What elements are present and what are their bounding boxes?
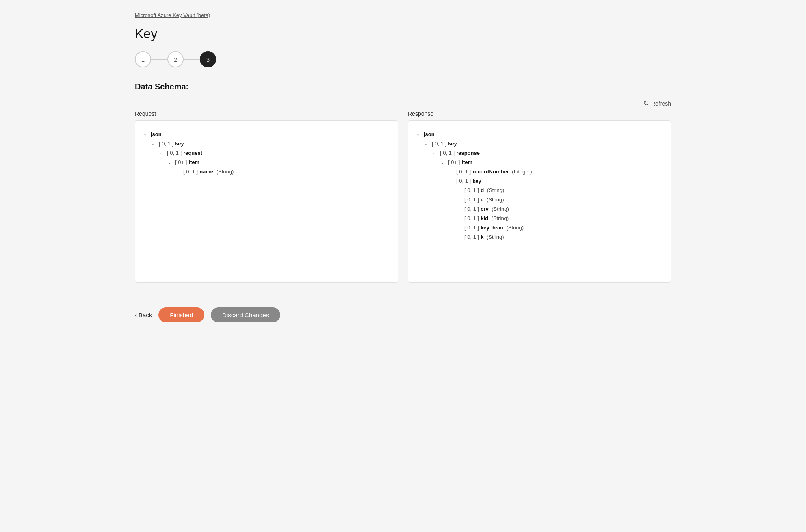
tree-node: ⌄ [ 0, 1 ] response ⌄ [ 0+ ]: [433, 149, 663, 241]
tree-node: ⌄ [ 0, 1 ] key ⌄ [ 0, 1 ] response: [425, 140, 663, 241]
footer: ‹ Back Finished Discard Changes: [135, 299, 671, 331]
chevron-icon[interactable]: ⌄: [168, 160, 173, 164]
tree-node: ⌄ [ 0, 1 ] d (String): [457, 186, 663, 194]
tree-node: ⌄ [ 0, 1 ] key ⌄ [ 0, 1 ] request: [152, 140, 390, 175]
page-container: Microsoft Azure Key Vault (beta) Key 1 2…: [119, 0, 687, 343]
discard-changes-button[interactable]: Discard Changes: [211, 307, 280, 322]
finished-button[interactable]: Finished: [158, 307, 204, 322]
back-button[interactable]: ‹ Back: [135, 311, 152, 318]
chevron-icon[interactable]: ⌄: [449, 179, 455, 183]
response-tree-root: ⌄ json ⌄ [ 0, 1 ] key: [416, 130, 663, 241]
step-2[interactable]: 2: [167, 51, 184, 67]
request-panel-box: ⌄ json ⌄ [ 0, 1 ] key: [135, 120, 398, 283]
chevron-icon[interactable]: ⌄: [152, 141, 157, 146]
request-tree-root: ⌄ json ⌄ [ 0, 1 ] key: [143, 130, 390, 175]
data-schema-title: Data Schema:: [135, 82, 671, 91]
chevron-icon[interactable]: ⌄: [425, 141, 430, 146]
tree-node: ⌄ [ 0, 1 ] key_hsm (String): [457, 224, 663, 231]
refresh-button[interactable]: ↻ Refresh: [644, 99, 671, 107]
step-line-1: [151, 59, 167, 60]
tree-node: ⌄ [ 0, 1 ] k (String): [457, 233, 663, 241]
tree-node: ⌄ [ 0, 1 ] name (String): [176, 168, 390, 175]
tree-node: ⌄ [ 0+ ] item ⌄: [168, 158, 390, 175]
chevron-icon[interactable]: ⌄: [160, 151, 165, 155]
tree-node: ⌄ [ 0, 1 ] kid (String): [457, 214, 663, 222]
breadcrumb[interactable]: Microsoft Azure Key Vault (beta): [135, 12, 671, 18]
step-line-2: [184, 59, 200, 60]
schema-panels: Request ⌄ json ⌄ [ 0, 1 ] key: [135, 110, 671, 283]
request-panel-label: Request: [135, 110, 398, 117]
chevron-icon[interactable]: ⌄: [143, 132, 149, 136]
step-3[interactable]: 3: [200, 51, 216, 67]
response-panel-box: ⌄ json ⌄ [ 0, 1 ] key: [408, 120, 671, 283]
refresh-icon: ↻: [644, 99, 649, 107]
response-panel-label: Response: [408, 110, 671, 117]
back-arrow-icon: ‹: [135, 311, 137, 318]
tree-node: ⌄ [ 0, 1 ] key: [449, 177, 663, 241]
stepper: 1 2 3: [135, 51, 671, 67]
tree-node: ⌄ [ 0, 1 ] e (String): [457, 196, 663, 203]
tree-node: ⌄ [ 0+ ] item ⌄: [441, 158, 663, 241]
tree-node: ⌄ [ 0, 1 ] request ⌄ [ 0+ ]: [160, 149, 390, 175]
chevron-icon[interactable]: ⌄: [433, 151, 438, 155]
tree-node: ⌄ [ 0, 1 ] recordNumber (Integer): [449, 168, 663, 175]
request-panel-wrapper: Request ⌄ json ⌄ [ 0, 1 ] key: [135, 110, 398, 283]
page-title: Key: [135, 26, 671, 41]
response-root-node-label: json: [424, 131, 435, 137]
chevron-icon[interactable]: ⌄: [416, 132, 422, 136]
chevron-icon[interactable]: ⌄: [441, 160, 446, 164]
response-panel-wrapper: Response ⌄ json ⌄ [ 0, 1 ] key: [408, 110, 671, 283]
request-root-node-label: json: [151, 131, 162, 137]
step-1[interactable]: 1: [135, 51, 151, 67]
toolbar: ↻ Refresh: [135, 99, 671, 107]
tree-node: ⌄ [ 0, 1 ] crv (String): [457, 205, 663, 213]
